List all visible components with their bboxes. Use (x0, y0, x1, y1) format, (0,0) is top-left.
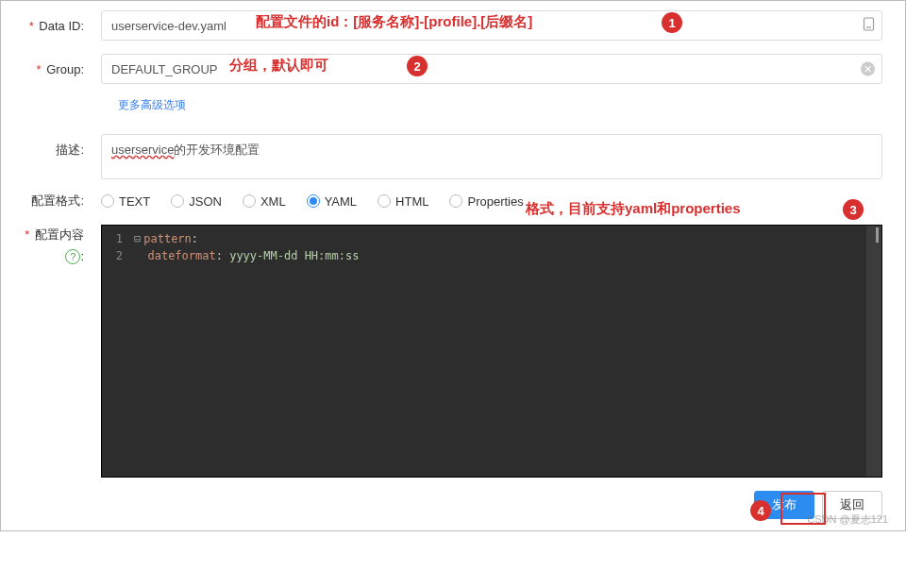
row-content: * 配置内容 ?: 12 ⊟pattern: dateformat: yyyy-… (24, 225, 882, 478)
label-content: * 配置内容 (24, 227, 84, 244)
format-radio-group: TEXTJSONXMLYAMLHTMLProperties (101, 194, 524, 209)
label-content-text: 配置内容 (35, 227, 84, 242)
label-format-text: 配置格式: (31, 193, 84, 208)
radio-circle (171, 194, 184, 208)
data-id-input[interactable] (101, 10, 882, 41)
desc-input[interactable]: userservice的开发环境配置 (101, 134, 882, 179)
label-data-id-text: Data ID: (39, 19, 84, 33)
row-desc: 描述: userservice的开发环境配置 (24, 134, 882, 179)
doc-icon (863, 17, 875, 34)
required-star: * (25, 227, 29, 242)
group-input[interactable] (101, 54, 882, 84)
radio-circle (243, 194, 256, 208)
editor-code[interactable]: ⊟pattern: dateformat: yyyy-MM-dd HH:mm:s… (128, 226, 881, 477)
label-content-help-row: ?: (24, 249, 84, 264)
publish-button[interactable]: 发布 (754, 491, 814, 519)
label-group: * Group: (24, 62, 101, 76)
radio-label: YAML (325, 194, 357, 209)
label-content-col: * 配置内容 ?: (24, 225, 101, 264)
row-format: 配置格式: TEXTJSONXMLYAMLHTMLProperties (24, 193, 882, 210)
help-colon: : (80, 249, 84, 263)
label-desc-text: 描述: (56, 143, 84, 157)
row-group: * Group: ✕ (24, 54, 882, 84)
radio-text[interactable]: TEXT (101, 194, 150, 209)
code-editor[interactable]: 12 ⊟pattern: dateformat: yyyy-MM-dd HH:m… (101, 225, 882, 478)
row-data-id: * Data ID: (24, 10, 882, 41)
watermark: CSDN @夏志121 (807, 512, 888, 527)
help-icon[interactable]: ? (65, 249, 80, 264)
label-desc: 描述: (24, 134, 101, 159)
label-data-id: * Data ID: (24, 19, 101, 33)
radio-circle (307, 194, 320, 208)
radio-circle (101, 194, 114, 208)
editor-gutter: 12 (102, 226, 128, 477)
label-format: 配置格式: (24, 193, 101, 210)
required-star: * (37, 62, 42, 76)
scroll-thumb[interactable] (876, 227, 879, 243)
radio-circle (378, 194, 391, 208)
data-id-input-wrap (101, 10, 882, 41)
radio-label: HTML (395, 194, 428, 209)
radio-label: XML (260, 194, 286, 209)
editor-scrollbar[interactable] (866, 226, 881, 477)
footer: 发布 返回 (24, 491, 882, 519)
group-input-wrap: ✕ (101, 54, 882, 84)
clear-icon[interactable]: ✕ (861, 62, 875, 76)
radio-properties[interactable]: Properties (449, 194, 523, 209)
radio-json[interactable]: JSON (171, 194, 222, 209)
radio-html[interactable]: HTML (378, 194, 428, 209)
radio-circle (449, 194, 462, 208)
label-group-text: Group: (46, 62, 84, 76)
required-star: * (29, 19, 34, 33)
radio-label: Properties (467, 194, 523, 209)
radio-label: JSON (189, 194, 222, 209)
radio-label: TEXT (119, 194, 150, 209)
radio-yaml[interactable]: YAML (307, 194, 357, 209)
svg-rect-0 (864, 18, 874, 30)
advanced-options-link[interactable]: 更多高级选项 (118, 97, 186, 113)
radio-xml[interactable]: XML (243, 194, 286, 209)
